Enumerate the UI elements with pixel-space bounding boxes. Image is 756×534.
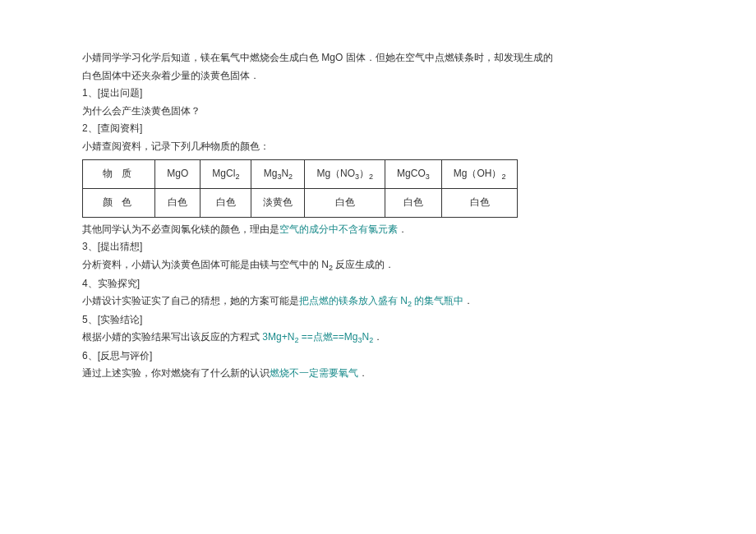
- formula-text: MgCl: [212, 168, 235, 179]
- section3-body: 分析资料，小婧认为淡黄色固体可能是由镁与空气中的 N2 反应生成的．: [82, 256, 674, 275]
- document-content: 小婧同学学习化学后知道，镁在氧气中燃烧会生成白色 MgO 固体．但她在空气中点燃…: [82, 49, 674, 383]
- section1-header: 1、[提出问题]: [82, 85, 674, 103]
- table-cell: MgO: [155, 159, 201, 189]
- table-header-color: 颜 色: [83, 189, 155, 218]
- table-cell: 淡黄色: [251, 189, 305, 218]
- intro-text: 固体．但她在空气中点燃镁条时，却发现生成的: [343, 52, 552, 63]
- answer-part: N: [362, 331, 369, 343]
- answer-part: 3Mg+N: [262, 331, 294, 343]
- section5-header: 5、[实验结论]: [82, 311, 674, 329]
- formula-text: ）: [359, 168, 369, 179]
- section2-body: 小婧查阅资料，记录下列几种物质的颜色：: [82, 138, 674, 156]
- table-cell: 白色: [201, 189, 251, 218]
- substance-color-table: 物 质 MgO MgCl2 Mg3N2 Mg（NO3）2 MgCO3 Mg（OH…: [82, 159, 518, 218]
- formula: N2: [321, 259, 333, 270]
- subscript: 2: [235, 173, 239, 181]
- answer-part: 把点燃的镁条放入盛有 N: [299, 295, 408, 306]
- table-cell: 白色: [441, 189, 518, 218]
- subscript: 2: [288, 173, 293, 181]
- section6-body: 通过上述实验，你对燃烧有了什么新的认识燃烧不一定需要氧气．: [82, 365, 674, 383]
- answer-equation: 3Mg+N2 ==点燃==Mg3N2: [262, 331, 373, 343]
- formula: Mg3N2: [264, 168, 293, 179]
- formula: Mg（OH）2: [454, 168, 506, 179]
- formula-text: MgCO: [397, 168, 426, 179]
- subscript: 2: [501, 173, 505, 181]
- section6-header: 6、[反思与评价]: [82, 348, 674, 366]
- after-table-line: 其他同学认为不必查阅氯化镁的颜色，理由是空气的成分中不含有氯元素．: [82, 221, 674, 239]
- formula-text: N: [321, 259, 329, 270]
- section2-header: 2、[查阅资料]: [82, 120, 674, 138]
- table-header-substance: 物 质: [83, 159, 155, 189]
- period: ．: [463, 295, 473, 306]
- formula: MgCl2: [212, 168, 239, 179]
- table-cell: Mg3N2: [251, 159, 305, 189]
- intro-line2: 白色固体中还夹杂着少量的淡黄色固体．: [82, 67, 674, 85]
- formula-text: Mg（NO: [316, 168, 355, 179]
- answer-part: ==点燃==Mg: [298, 331, 357, 343]
- section5-body: 根据小婧的实验结果写出该反应的方程式 3Mg+N2 ==点燃==Mg3N2．: [82, 329, 674, 348]
- subscript: 2: [369, 173, 373, 181]
- table-cell: 白色: [385, 189, 442, 218]
- section3-header: 3、[提出猜想]: [82, 238, 674, 256]
- table-cell: Mg（OH）2: [441, 159, 518, 189]
- answer-text: 把点燃的镁条放入盛有 N2 的集气瓶中: [299, 295, 463, 306]
- formula-mgo: MgO: [321, 52, 343, 63]
- table-cell: 白色: [305, 189, 385, 218]
- section1-body: 为什么会产生淡黄色固体？: [82, 103, 674, 121]
- answer-text: 燃烧不一定需要氧气: [270, 367, 358, 379]
- period: ．: [358, 367, 368, 379]
- formula-text: Mg（OH）: [454, 168, 502, 179]
- formula: MgO: [167, 168, 188, 179]
- section5-text: 根据小婧的实验结果写出该反应的方程式: [82, 331, 262, 343]
- formula-text: Mg: [264, 168, 278, 179]
- section3-text: 分析资料，小婧认为淡黄色固体可能是由镁与空气中的: [82, 259, 321, 270]
- table-cell: MgCl2: [201, 159, 251, 189]
- table-cell: 白色: [155, 189, 201, 218]
- formula-text: N: [281, 168, 288, 179]
- intro-line1: 小婧同学学习化学后知道，镁在氧气中燃烧会生成白色 MgO 固体．但她在空气中点燃…: [82, 49, 674, 67]
- answer-text: 空气的成分中不含有氯元素: [279, 223, 398, 235]
- section4-body: 小婧设计实验证实了自己的猜想，她的方案可能是把点燃的镁条放入盛有 N2 的集气瓶…: [82, 292, 674, 311]
- section4-header: 4、实验探究]: [82, 275, 674, 293]
- section3-text: 反应生成的．: [333, 259, 394, 270]
- period: ．: [373, 331, 383, 343]
- table-cell: Mg（NO3）2: [305, 159, 385, 189]
- formula: Mg（NO3）2: [316, 168, 373, 179]
- subscript: 3: [426, 173, 430, 181]
- period: ．: [398, 223, 408, 235]
- section6-text: 通过上述实验，你对燃烧有了什么新的认识: [82, 367, 270, 379]
- formula: MgCO3: [397, 168, 430, 179]
- answer-part: 的集气瓶中: [412, 295, 463, 306]
- table-row: 物 质 MgO MgCl2 Mg3N2 Mg（NO3）2 MgCO3 Mg（OH…: [83, 159, 518, 189]
- after-table-text: 其他同学认为不必查阅氯化镁的颜色，理由是: [82, 223, 279, 235]
- section4-text: 小婧设计实验证实了自己的猜想，她的方案可能是: [82, 295, 299, 306]
- table-cell: MgCO3: [385, 159, 442, 189]
- intro-text: 小婧同学学习化学后知道，镁在氧气中燃烧会生成白色: [82, 52, 321, 63]
- table-row: 颜 色 白色 白色 淡黄色 白色 白色 白色: [83, 189, 518, 218]
